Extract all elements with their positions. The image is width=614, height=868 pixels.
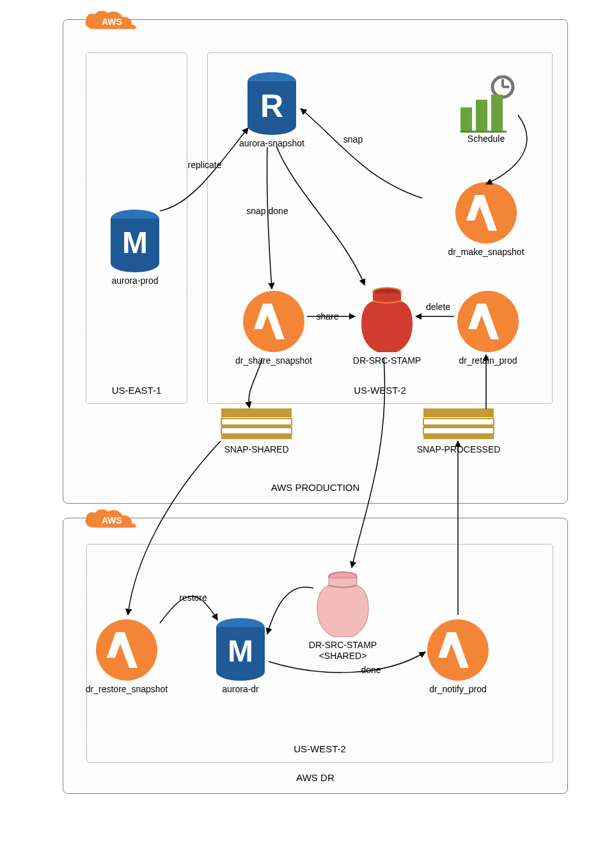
svg-rect-28 [423, 428, 494, 434]
aws-dr-label: AWS DR [63, 772, 567, 783]
edge-snap-done: snap done [246, 206, 288, 216]
dr-make-snapshot-lambda-icon [454, 181, 518, 247]
aurora-dr-db-icon: M [215, 618, 266, 685]
edge-delete: delete [426, 302, 450, 312]
dr-restore-snapshot-lambda-icon [95, 618, 159, 685]
edge-restore: restore [179, 593, 207, 603]
svg-rect-12 [476, 100, 487, 132]
region-label-west-prod: US-WEST-2 [208, 385, 552, 396]
dr-src-stamp-shared-label-2: <SHARED> [319, 651, 367, 661]
dr-retain-prod-lambda-icon [456, 290, 520, 356]
aws-cloud-icon: AWS [83, 509, 139, 534]
dr-notify-prod-label: dr_notify_prod [429, 684, 487, 694]
dr-make-snapshot-label: dr_make_snapshot [448, 247, 524, 257]
edge-replicate: replicate [188, 160, 222, 170]
svg-rect-21 [221, 419, 292, 425]
dr-restore-snapshot-label: dr_restore_snapshot [86, 684, 168, 694]
svg-rect-25 [423, 408, 494, 417]
dr-src-stamp-label: DR-SRC-STAMP [353, 355, 421, 366]
svg-text:R: R [260, 88, 283, 124]
svg-text:M: M [228, 634, 253, 668]
svg-rect-29 [423, 434, 494, 439]
svg-rect-11 [460, 107, 472, 132]
svg-text:M: M [122, 226, 148, 260]
dr-retain-prod-label: dr_retain_prod [459, 355, 517, 366]
snap-shared-label: SNAP-SHARED [224, 444, 288, 454]
aws-tag-text: AWS [102, 17, 122, 27]
edge-done: done [361, 665, 381, 675]
aws-production-account: AWS US-EAST-1 M aurora-prod US-WEST-2 R [63, 19, 568, 504]
edge-snap: snap [343, 134, 363, 144]
aws-cloud-icon: AWS [83, 11, 139, 35]
region-us-east-1: US-EAST-1 M aurora-prod [86, 52, 187, 404]
schedule-icon [460, 75, 518, 136]
schedule-label: Schedule [468, 134, 505, 144]
aws-dr-account: AWS US-WEST-2 dr_restore_snapshot M auro… [63, 518, 568, 794]
region-us-west-2-dr: US-WEST-2 dr_restore_snapshot M aurora-d… [86, 544, 553, 763]
dr-src-stamp-urn-icon [358, 286, 416, 359]
dr-src-stamp-shared-urn-icon [314, 570, 372, 643]
aurora-prod-label: aurora-prod [111, 275, 158, 286]
region-us-west-2-prod: US-WEST-2 R aurora-snapshot Schedu [207, 52, 553, 404]
svg-rect-13 [491, 95, 503, 132]
aws-tag-text: AWS [102, 515, 122, 525]
svg-rect-23 [221, 428, 292, 434]
dr-src-stamp-shared-label-1: DR-SRC-STAMP [309, 640, 377, 650]
dr-notify-prod-lambda-icon [426, 618, 490, 685]
svg-rect-19 [221, 408, 292, 417]
aurora-snapshot-db-icon: R [246, 72, 297, 139]
snap-processed-label: SNAP-PROCESSED [417, 444, 501, 454]
region-label-east: US-EAST-1 [86, 385, 187, 396]
aurora-prod-db-icon: M [109, 210, 161, 276]
svg-rect-24 [221, 434, 292, 439]
edge-share: share [316, 311, 338, 322]
aws-production-label: AWS PRODUCTION [63, 482, 567, 493]
aurora-snapshot-label: aurora-snapshot [239, 138, 304, 148]
dr-share-snapshot-label: dr_share_snapshot [235, 355, 312, 366]
svg-rect-26 [423, 419, 494, 425]
dr-share-snapshot-lambda-icon [242, 290, 306, 356]
region-label-west-dr: US-WEST-2 [87, 743, 553, 754]
aurora-dr-label: aurora-dr [222, 684, 259, 694]
